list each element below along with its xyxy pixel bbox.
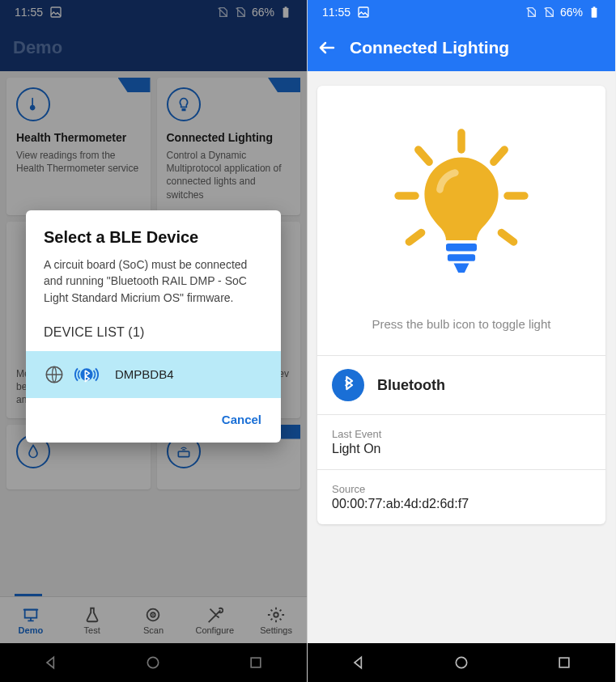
instruction-text: Press the bulb icon to toggle light	[372, 317, 551, 331]
main-panel: Press the bulb icon to toggle light Blue…	[317, 86, 605, 524]
back-icon[interactable]	[350, 654, 367, 671]
lightbulb-toggle-icon[interactable]	[384, 126, 538, 296]
bluetooth-broadcast-icon	[73, 362, 100, 387]
dialog-description: A circuit board (SoC) must be connected …	[26, 256, 281, 317]
bluetooth-icon	[332, 369, 364, 401]
svg-line-21	[409, 233, 421, 242]
cancel-button[interactable]: Cancel	[222, 413, 261, 426]
svg-line-18	[494, 150, 504, 162]
ble-device-dialog: Select a BLE Device A circuit board (SoC…	[26, 210, 281, 443]
system-nav	[308, 643, 615, 682]
no-sim-icon	[525, 6, 537, 19]
svg-rect-14	[592, 8, 597, 18]
svg-point-25	[456, 657, 466, 667]
page-title: Connected Lighting	[350, 38, 509, 57]
globe-icon	[44, 364, 65, 385]
home-icon[interactable]	[453, 654, 469, 671]
device-name: DMPBDB4	[115, 367, 174, 381]
last-event-section: Last Event Light On	[317, 414, 605, 469]
battery-icon	[588, 6, 601, 19]
svg-rect-13	[359, 7, 368, 17]
bluetooth-label: Bluetooth	[377, 377, 445, 394]
image-icon	[357, 6, 370, 19]
svg-rect-15	[593, 6, 596, 8]
svg-line-17	[418, 150, 429, 162]
device-row[interactable]: DMPBDB4	[26, 351, 281, 398]
bluetooth-section: Bluetooth	[317, 355, 605, 414]
device-list-header: DEVICE LIST (1)	[26, 317, 281, 351]
source-label: Source	[332, 483, 591, 495]
last-event-label: Last Event	[332, 428, 591, 440]
status-bar: 11:55 66%	[308, 0, 615, 24]
svg-rect-26	[559, 658, 569, 667]
last-event-value: Light On	[332, 442, 591, 456]
source-section: Source 00:00:77:ab:4d:d2:6d:f7	[317, 469, 605, 524]
back-arrow-icon[interactable]	[317, 38, 337, 57]
app-bar: Connected Lighting	[308, 24, 615, 71]
recent-icon[interactable]	[556, 654, 572, 671]
svg-rect-23	[446, 244, 477, 252]
svg-line-22	[501, 233, 513, 242]
svg-rect-24	[448, 254, 475, 261]
status-battery: 66%	[560, 6, 583, 19]
status-time: 11:55	[322, 6, 350, 19]
dialog-title: Select a BLE Device	[26, 228, 281, 256]
no-sim-icon	[542, 6, 555, 19]
source-value: 00:00:77:ab:4d:d2:6d:f7	[332, 497, 591, 511]
